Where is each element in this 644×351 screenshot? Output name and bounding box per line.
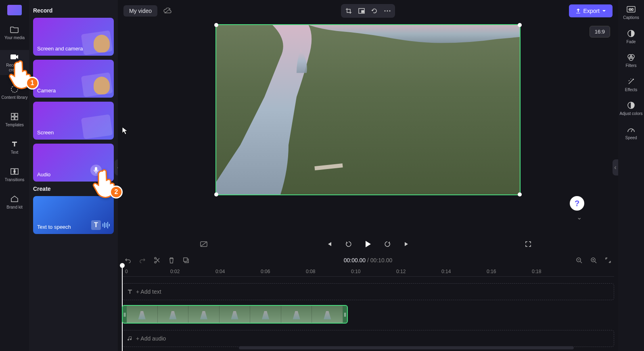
ruler-tick: 0	[125, 269, 128, 274]
rail-label: Speed	[625, 136, 637, 140]
audio-track[interactable]: + Add audio	[122, 330, 614, 347]
project-title[interactable]: My video	[123, 5, 157, 17]
text-icon	[127, 289, 133, 295]
selection-handle[interactable]	[214, 23, 218, 27]
delete-icon[interactable]	[167, 256, 176, 265]
video-preview[interactable]	[215, 24, 521, 195]
card-text-to-speech[interactable]: T Text to speech	[33, 196, 114, 234]
camera-record-icon	[10, 52, 19, 61]
horizontal-scrollbar[interactable]	[239, 346, 574, 349]
upload-icon	[575, 8, 581, 14]
speed-icon	[627, 125, 636, 134]
clip-trim-handle-right[interactable]: ||	[343, 306, 347, 323]
ruler-tick: 0:06	[261, 269, 270, 274]
window-deco-icon	[81, 114, 113, 139]
rail-your-media[interactable]: Your media	[0, 23, 29, 43]
fit-icon[interactable]	[604, 256, 613, 265]
add-text-label: + Add text	[136, 288, 161, 295]
text-track[interactable]: + Add text	[122, 283, 614, 300]
timeline[interactable]: 0 0:02 0:04 0:06 0:08 0:10 0:12 0:14 0:1…	[118, 267, 618, 351]
rail-templates[interactable]: Templates	[0, 110, 29, 130]
pip-icon[interactable]	[355, 6, 368, 16]
rail-content-library[interactable]: Content library	[0, 82, 29, 102]
zoom-out-icon[interactable]	[575, 256, 583, 265]
waveform-icon	[102, 222, 110, 228]
split-icon[interactable]	[153, 256, 161, 265]
face-deco-icon	[94, 35, 110, 52]
rail-label: Transitions	[5, 178, 25, 182]
selection-handle[interactable]	[518, 23, 522, 27]
skip-forward-icon[interactable]	[401, 239, 412, 249]
rail-text[interactable]: Text	[0, 137, 29, 157]
card-screen-and-camera[interactable]: Screen and camera	[33, 18, 114, 56]
svg-rect-0	[10, 54, 16, 59]
rail-captions[interactable]: CC Captions	[623, 5, 639, 20]
svg-rect-12	[362, 10, 364, 13]
more-icon[interactable]	[381, 6, 393, 16]
svg-rect-2	[11, 113, 14, 116]
duplicate-icon[interactable]	[182, 256, 190, 265]
timeline-ruler[interactable]: 0 0:02 0:04 0:06 0:08 0:10 0:12 0:14 0:1…	[122, 267, 614, 277]
rail-effects[interactable]: Effects	[625, 77, 637, 92]
collapse-panel-button[interactable]: ‹	[115, 159, 118, 176]
rail-label: Your media	[4, 36, 25, 40]
crop-icon[interactable]	[343, 6, 355, 16]
redo-icon[interactable]	[138, 256, 147, 265]
cloud-sync-icon[interactable]	[161, 6, 174, 16]
chevron-down-icon[interactable]: ⌄	[577, 213, 582, 221]
face-deco-icon	[94, 77, 110, 94]
rail-filters[interactable]: Filters	[625, 53, 636, 68]
expand-right-panel-button[interactable]: ‹	[613, 159, 618, 176]
rewind-icon[interactable]	[343, 239, 354, 249]
captions-icon: CC	[627, 5, 636, 14]
clip-trim-handle-left[interactable]: ||	[123, 306, 127, 323]
side-panel: Record Screen and camera Camera Screen A…	[29, 0, 118, 351]
card-screen[interactable]: Screen	[33, 102, 114, 140]
export-label: Export	[583, 8, 600, 14]
ruler-tick: 0:12	[396, 269, 406, 274]
microphone-icon	[90, 165, 102, 176]
hide-preview-icon[interactable]	[199, 239, 209, 249]
rail-label: Templates	[5, 123, 24, 127]
create-heading: Create	[33, 186, 114, 192]
svg-point-21	[155, 257, 156, 259]
current-time: 00:00.00	[344, 257, 366, 263]
export-button[interactable]: Export	[569, 4, 613, 17]
rail-fade[interactable]: Fade	[627, 29, 636, 44]
card-camera[interactable]: Camera	[33, 60, 114, 98]
folder-icon	[10, 25, 19, 34]
help-button[interactable]: ?	[570, 196, 584, 211]
adjust-colors-icon	[627, 101, 636, 110]
video-track[interactable]: || ||	[122, 305, 614, 324]
right-rail: CC Captions Fade Filters Effects Adjust …	[618, 0, 644, 351]
rail-label: Filters	[625, 63, 636, 68]
svg-rect-4	[11, 117, 14, 120]
zoom-in-icon[interactable]	[589, 256, 598, 265]
chevron-down-icon	[602, 10, 606, 12]
effects-icon	[627, 77, 636, 86]
rotate-icon[interactable]	[368, 6, 381, 16]
record-heading: Record	[33, 7, 114, 14]
music-note-icon	[127, 336, 133, 341]
transitions-icon	[10, 167, 19, 176]
skip-back-icon[interactable]	[324, 239, 335, 249]
rail-transitions[interactable]: Transitions	[0, 165, 29, 185]
play-button[interactable]	[363, 239, 373, 249]
ruler-tick: 0:18	[532, 269, 541, 274]
rail-adjust-colors[interactable]: Adjust colors	[619, 101, 642, 116]
rail-speed[interactable]: Speed	[625, 125, 637, 140]
selection-handle[interactable]	[518, 192, 522, 196]
app-logo[interactable]	[7, 5, 22, 15]
preview-toolbar	[341, 4, 395, 18]
forward-icon[interactable]	[382, 239, 393, 249]
fullscreen-icon[interactable]	[523, 239, 533, 249]
video-clip[interactable]: || ||	[122, 305, 348, 324]
rail-record-create[interactable]: Record & create	[0, 50, 29, 75]
svg-rect-9	[95, 167, 97, 171]
undo-icon[interactable]	[123, 256, 132, 265]
card-audio[interactable]: Audio	[33, 144, 114, 182]
selection-handle[interactable]	[214, 192, 218, 196]
svg-rect-5	[15, 117, 18, 120]
timecode: 00:00.00 / 00:10.00	[344, 257, 393, 263]
rail-brand-kit[interactable]: Brand kit	[0, 192, 29, 212]
